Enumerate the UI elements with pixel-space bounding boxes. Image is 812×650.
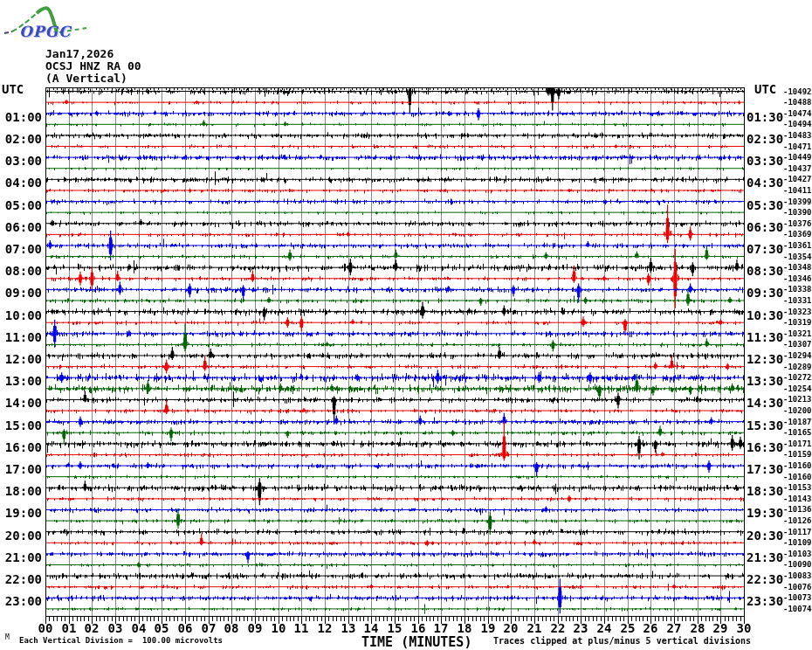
header-component: (A Vertical) (45, 73, 127, 84)
amplitude-value: -10165 (783, 429, 812, 437)
hour-label: 14:00 (0, 397, 42, 409)
halfhour-label: 17:30 (747, 463, 783, 475)
amplitude-value: -10160 (783, 474, 812, 481)
helicorder-page: { "logo": { "text": "OPGC", "curve_color… (0, 0, 812, 650)
amplitude-value: -10294 (783, 352, 812, 360)
minute-label: 02 (81, 622, 102, 634)
halfhour-label: 06:30 (747, 221, 783, 233)
minute-label: 16 (408, 622, 429, 634)
halfhour-label: 05:30 (747, 199, 783, 211)
hour-label: 10:00 (0, 309, 42, 322)
header-station: OCSJ HNZ RA 00 (45, 60, 141, 72)
minute-label: 17 (430, 622, 451, 634)
amplitude-value: -10171 (783, 440, 812, 448)
utc-label-left: UTC (2, 83, 24, 95)
minute-label: 09 (244, 622, 265, 634)
hour-label: 18:00 (0, 485, 42, 497)
amplitude-value: -10307 (783, 341, 812, 349)
minute-label: 26 (640, 622, 661, 634)
minute-label: 05 (151, 622, 172, 634)
minute-label: 30 (733, 622, 754, 634)
minute-label: 11 (291, 622, 312, 634)
halfhour-label: 02:30 (747, 133, 783, 145)
minute-label: 18 (454, 622, 475, 634)
hour-label: 11:00 (0, 331, 42, 343)
hour-label: 07:00 (0, 243, 42, 255)
hour-label: 22:00 (0, 573, 42, 585)
minute-label: 24 (594, 622, 615, 634)
halfhour-label: 23:30 (747, 595, 783, 607)
amplitude-value: -10272 (783, 374, 812, 382)
halfhour-label: 20:30 (747, 529, 783, 542)
amplitude-value: -10483 (783, 132, 812, 140)
amplitude-value: -10399 (783, 198, 812, 206)
amplitude-value: -10143 (783, 495, 812, 503)
amplitude-value: -10289 (783, 363, 812, 371)
amplitude-value: -10474 (783, 110, 812, 118)
hour-label: 13:00 (0, 375, 42, 387)
hour-label: 01:00 (0, 111, 42, 123)
amplitude-value: -10117 (783, 529, 812, 536)
amplitude-value: -10338 (783, 286, 812, 294)
helicorder-plot (0, 0, 812, 650)
amplitude-value: -10321 (783, 330, 812, 338)
halfhour-label: 12:30 (747, 353, 783, 365)
hour-label: 05:00 (0, 199, 42, 211)
amplitude-value: -10076 (783, 584, 812, 591)
minute-label: 15 (384, 622, 405, 634)
amplitude-value: -10319 (783, 319, 812, 327)
halfhour-label: 14:30 (747, 397, 783, 409)
amplitude-value: -10136 (783, 506, 812, 514)
minute-label: 23 (570, 622, 591, 634)
amplitude-value: -10411 (783, 187, 812, 195)
halfhour-label: 03:30 (747, 155, 783, 167)
hour-label: 12:00 (0, 353, 42, 365)
minute-label: 06 (175, 622, 196, 634)
halfhour-label: 04:30 (747, 176, 783, 189)
hour-label: 21:00 (0, 551, 42, 564)
amplitude-value: -10427 (783, 176, 812, 183)
halfhour-label: 21:30 (747, 551, 783, 564)
footer-clip-note: Traces clipped at plus/minus 5 vertical … (493, 636, 751, 646)
amplitude-value: -10254 (783, 385, 812, 393)
logo-text: OPGC (19, 23, 72, 40)
hour-label: 19:00 (0, 507, 42, 519)
minute-label: 12 (314, 622, 335, 634)
halfhour-label: 01:30 (747, 111, 783, 123)
amplitude-value: -10346 (783, 275, 812, 283)
amplitude-value: -10187 (783, 418, 812, 426)
halfhour-label: 13:30 (747, 375, 783, 387)
amplitude-value: -10494 (783, 121, 812, 128)
minute-label: 20 (500, 622, 521, 634)
amplitude-value: -10126 (783, 517, 812, 525)
amplitude-value: -10073 (783, 594, 812, 602)
hour-label: 06:00 (0, 221, 42, 233)
minute-label: 04 (128, 622, 149, 634)
amplitude-value: -10159 (783, 451, 812, 459)
amplitude-value: -10200 (783, 407, 812, 415)
header-date: Jan17,2026 (45, 48, 114, 59)
amplitude-value: -10103 (783, 550, 812, 558)
amplitude-value: -10109 (783, 539, 812, 547)
halfhour-label: 19:30 (747, 507, 783, 519)
halfhour-label: 10:30 (747, 309, 783, 322)
hour-label: 17:00 (0, 463, 42, 475)
halfhour-label: 09:30 (747, 287, 783, 299)
amplitude-value: -10083 (783, 572, 812, 580)
hour-label: 16:00 (0, 441, 42, 453)
amplitude-value: -10361 (783, 242, 812, 250)
hour-label: 09:00 (0, 287, 42, 299)
minute-label: 21 (524, 622, 545, 634)
amplitude-value: -10488 (783, 99, 812, 107)
corner-mark: M (5, 633, 10, 641)
minute-label: 03 (105, 622, 126, 634)
minute-label: 14 (361, 622, 382, 634)
halfhour-label: 08:30 (747, 265, 783, 277)
amplitude-value: -10153 (783, 484, 812, 492)
minute-label: 19 (478, 622, 499, 634)
minute-label: 08 (221, 622, 242, 634)
minute-label: 01 (58, 622, 79, 634)
minute-label: 10 (268, 622, 289, 634)
minute-label: 28 (687, 622, 708, 634)
amplitude-value: -10437 (783, 165, 812, 173)
